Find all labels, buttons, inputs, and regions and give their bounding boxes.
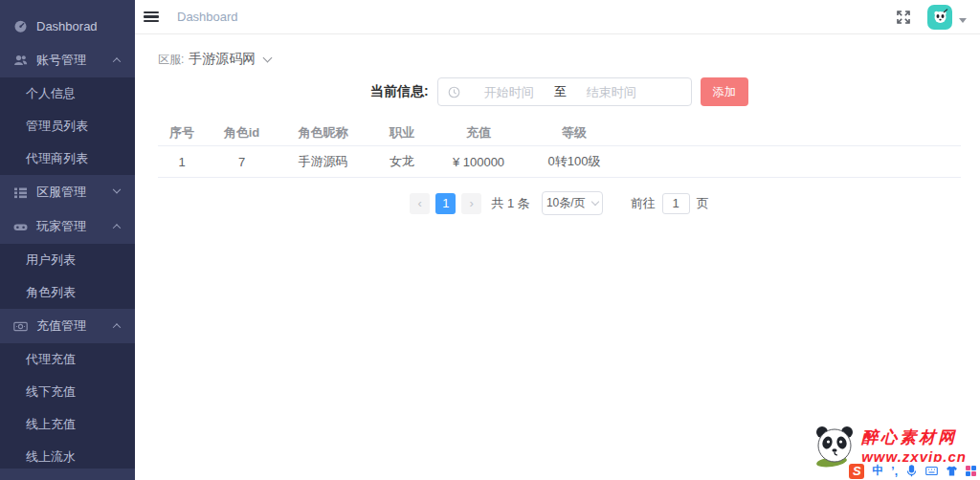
- watermark-site-name: 醉心素材网: [861, 426, 967, 448]
- sidebar-group-label: 区服管理: [36, 184, 86, 201]
- column-header: 职业: [368, 124, 435, 142]
- sidebar-item-label: 线上流水: [26, 448, 76, 466]
- add-button[interactable]: 添加: [701, 77, 748, 106]
- ime-toolbar: S 中 ’,: [845, 462, 980, 480]
- sidebar-item-label: 个人信息: [26, 85, 76, 102]
- end-date-input[interactable]: [567, 85, 657, 99]
- goto-suffix: 页: [697, 195, 709, 212]
- fullscreen-icon[interactable]: [896, 10, 911, 25]
- column-header: 充值: [435, 124, 522, 142]
- chevron-down-icon: [263, 53, 273, 62]
- cell-profession: 女龙: [368, 153, 435, 170]
- sidebar-group-accounts[interactable]: 账号管理: [0, 43, 135, 77]
- submenu-accounts: 个人信息 管理员列表 代理商列表: [0, 77, 135, 175]
- table-row[interactable]: 1 7 手游源码 女龙 ¥ 100000 0转100级: [158, 146, 961, 178]
- submenu-recharge: 代理充值 线下充值 线上充值 线上流水: [0, 343, 135, 469]
- content: 区服: 手游源码网 当前信息: 至 添加 序号 角色id 角色昵称 职业: [135, 34, 980, 215]
- page-number-active[interactable]: 1: [435, 193, 456, 214]
- server-select-label: 区服:: [158, 52, 184, 68]
- sidebar-group-recharge[interactable]: 充值管理: [0, 309, 135, 343]
- submenu-players: 用户列表 角色列表: [0, 244, 135, 309]
- sidebar-item-label: Dashborad: [36, 19, 98, 33]
- column-header: 角色昵称: [278, 124, 368, 142]
- column-header: 角色id: [206, 124, 278, 142]
- column-header: 等级: [522, 124, 627, 142]
- cell-index: 1: [158, 155, 206, 169]
- cell-role-id: 7: [206, 155, 278, 169]
- sidebar-item-agent-list[interactable]: 代理商列表: [0, 142, 135, 175]
- table-header-row: 序号 角色id 角色昵称 职业 充值 等级: [158, 120, 961, 146]
- data-table: 序号 角色id 角色昵称 职业 充值 等级 1 7 手游源码 女龙 ¥ 1000…: [158, 120, 961, 178]
- cell-level: 0转100级: [522, 153, 627, 170]
- page-size-select[interactable]: 10条/页: [542, 191, 603, 215]
- sidebar-group-label: 账号管理: [36, 52, 86, 69]
- sidebar-item-label: 管理员列表: [26, 118, 88, 135]
- sidebar-group-label: 玩家管理: [36, 218, 86, 235]
- money-bill-icon: [13, 319, 28, 334]
- sidebar-item-admin-list[interactable]: 管理员列表: [0, 110, 135, 142]
- goto-label: 前往: [631, 195, 656, 212]
- topbar-right: [896, 5, 967, 30]
- skin-shirt-icon[interactable]: [946, 465, 958, 477]
- sidebar-item-online-recharge[interactable]: 线上充值: [0, 408, 135, 441]
- start-date-input[interactable]: [464, 85, 554, 99]
- caret-down-icon[interactable]: [959, 18, 967, 23]
- goto-page-input[interactable]: [662, 193, 690, 214]
- column-header: 序号: [158, 124, 206, 142]
- date-range-separator: 至: [554, 83, 567, 100]
- keyboard-icon[interactable]: [925, 465, 938, 477]
- ime-punctuation[interactable]: ’,: [891, 465, 898, 478]
- cell-nickname: 手游源码: [278, 153, 368, 170]
- hamburger-menu-icon[interactable]: [144, 11, 159, 23]
- breadcrumb[interactable]: Dashboard: [177, 10, 238, 24]
- server-select[interactable]: 区服: 手游源码网: [158, 50, 961, 69]
- server-list-icon: [13, 185, 28, 200]
- sidebar-item-online-flow[interactable]: 线上流水: [0, 441, 135, 469]
- users-icon: [13, 54, 28, 68]
- sidebar-item-user-list[interactable]: 用户列表: [0, 244, 135, 276]
- chevron-down-icon: [113, 185, 121, 193]
- current-info-label: 当前信息:: [370, 83, 429, 100]
- date-range-picker[interactable]: 至: [437, 77, 692, 106]
- sidebar-item-label: 用户列表: [26, 251, 76, 269]
- chevron-down-icon: [590, 198, 598, 206]
- main-area: Dashboard 区服: 手游源码网 当前信息:: [135, 0, 980, 480]
- sidebar-item-role-list[interactable]: 角色列表: [0, 276, 135, 309]
- filter-row: 当前信息: 至 添加: [158, 77, 961, 106]
- sidebar-item-label: 代理充值: [26, 351, 76, 368]
- sidebar: Dashborad 账号管理 个人信息 管理员列表 代理商列表 区服管理 玩家管…: [0, 0, 135, 480]
- sidebar-group-servers[interactable]: 区服管理: [0, 175, 135, 209]
- topbar: Dashboard: [135, 0, 980, 34]
- gamepad-icon: [13, 220, 28, 234]
- ime-mode-chinese[interactable]: 中: [872, 463, 883, 479]
- sidebar-group-players[interactable]: 玩家管理: [0, 209, 135, 244]
- sogou-logo-icon[interactable]: S: [849, 464, 864, 479]
- sidebar-item-profile[interactable]: 个人信息: [0, 77, 135, 110]
- sidebar-item-label: 线下充值: [26, 383, 76, 401]
- toolbox-grid-icon[interactable]: [966, 466, 976, 476]
- cell-recharge: ¥ 100000: [435, 155, 522, 169]
- sidebar-item-label: 线上充值: [26, 416, 76, 433]
- avatar[interactable]: [927, 5, 952, 30]
- chevron-up-icon: [113, 323, 121, 331]
- sidebar-item-dashboard[interactable]: Dashborad: [0, 9, 135, 43]
- watermark-text: 醉心素材网 www.zxvip.cn: [861, 426, 967, 465]
- total-count-label: 共 1 条: [491, 195, 529, 212]
- dashboard-gauge-icon: [13, 19, 28, 33]
- microphone-icon[interactable]: [905, 465, 918, 477]
- sidebar-item-agent-recharge[interactable]: 代理充值: [0, 343, 135, 376]
- chevron-up-icon: [113, 224, 121, 231]
- prev-page-button[interactable]: ‹: [410, 193, 430, 214]
- goto-page: 前往 页: [631, 193, 709, 214]
- clock-icon: [448, 86, 460, 98]
- chevron-up-icon: [113, 57, 121, 65]
- pagination: ‹ 1 › 共 1 条 10条/页 前往 页: [158, 191, 961, 215]
- page-size-value: 10条/页: [546, 195, 586, 211]
- sidebar-item-offline-recharge[interactable]: 线下充值: [0, 376, 135, 408]
- sidebar-group-label: 充值管理: [36, 317, 86, 335]
- sidebar-item-label: 角色列表: [26, 284, 76, 301]
- next-page-button[interactable]: ›: [461, 193, 481, 214]
- server-select-value: 手游源码网: [189, 51, 256, 68]
- sidebar-item-label: 代理商列表: [26, 150, 88, 167]
